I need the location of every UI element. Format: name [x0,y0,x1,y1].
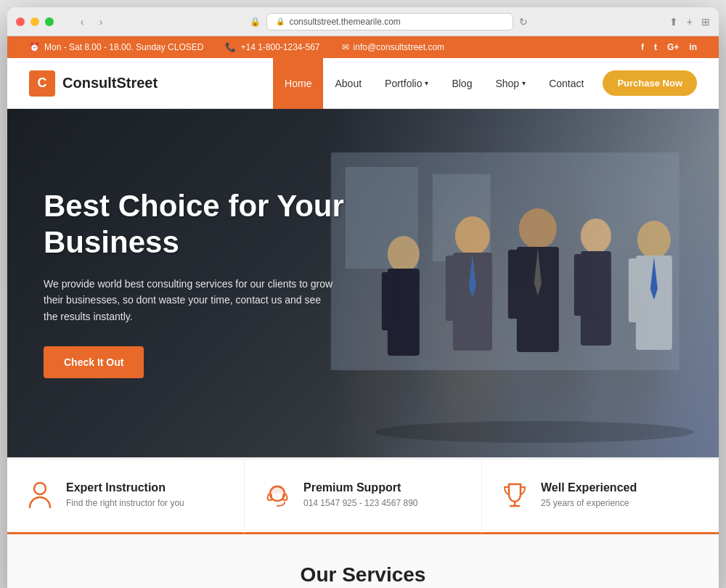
support-title: Premium Support [303,481,417,494]
url-text: consultstreet.themearile.com [289,17,400,27]
feature-card-experienced: Well Experienced 25 years of experience [482,460,719,534]
email-icon: ✉ [342,42,349,52]
linkedin-link[interactable]: in [689,42,697,52]
lock-icon: 🔒 [276,17,285,25]
experienced-description: 25 years of experience [541,498,637,508]
hours-text: Mon - Sat 8.00 - 18.00. Sunday CLOSED [44,42,203,52]
feature-card-expert: Expert Instruction Find the right instru… [7,460,245,534]
minimize-button[interactable] [30,17,39,26]
clock-icon: ⏰ [29,42,40,52]
svg-rect-14 [508,250,524,319]
support-icon [263,481,292,510]
svg-rect-6 [398,272,411,330]
nav-item-shop[interactable]: Shop ▾ [484,58,537,109]
svg-rect-23 [629,258,643,322]
phone-info: 📞 +14 1-800-1234-567 [225,42,319,52]
phone-icon: 📞 [225,42,236,52]
features-section: Expert Instruction Find the right instru… [7,457,719,534]
nav-item-contact[interactable]: Contact [537,58,595,109]
top-bar: ⏰ Mon - Sat 8.00 - 18.00. Sunday CLOSED … [7,36,719,58]
site-content: ⏰ Mon - Sat 8.00 - 18.00. Sunday CLOSED … [7,36,719,588]
svg-point-12 [519,208,557,249]
services-section: Our Services [7,534,719,588]
maximize-button[interactable] [45,17,54,26]
email-info: ✉ info@consultstreet.com [342,42,445,52]
svg-point-21 [637,221,671,258]
svg-rect-19 [574,254,587,316]
back-button[interactable]: ‹ [74,14,90,30]
brand-name: ConsultStreet [62,75,158,91]
hero-subtitle: We provide world best consulting service… [44,276,334,324]
social-links: f t G+ in [641,42,697,52]
svg-rect-20 [592,254,604,316]
svg-rect-9 [446,256,460,321]
email-text: info@consultstreet.com [354,42,445,52]
portfolio-dropdown-arrow: ▾ [425,79,428,87]
logo-icon: C [29,70,55,97]
experienced-text: Well Experienced 25 years of experience [541,481,637,508]
support-text: Premium Support 014 1547 925 - 123 4567 … [303,481,417,508]
mac-titlebar: ‹ › 🔒 🔒 consultstreet.themearile.com ↻ ⬆… [7,7,719,36]
browser-window: ‹ › 🔒 🔒 consultstreet.themearile.com ↻ ⬆… [7,7,719,588]
titlebar-right: ⬆ + ⊞ [669,16,710,28]
facebook-link[interactable]: f [641,42,644,52]
refresh-button[interactable]: ↻ [519,16,528,28]
phone-text: +14 1-800-1234-567 [240,42,319,52]
svg-point-7 [455,216,490,256]
google-plus-link[interactable]: G+ [667,42,679,52]
expert-title: Expert Instruction [66,481,184,494]
purchase-now-button[interactable]: Purchase Now [603,70,697,96]
hero-title: Best Choice for Your Business [44,188,363,261]
experienced-title: Well Experienced [541,481,637,494]
navbar: C ConsultStreet Home About Portfolio ▾ B… [7,58,719,109]
check-it-out-button[interactable]: Check it out [44,346,144,378]
twitter-link[interactable]: t [654,42,657,52]
new-tab-icon[interactable]: + [687,16,693,28]
address-bar[interactable]: 🔒 consultstreet.themearile.com [266,13,513,30]
expert-text: Expert Instruction Find the right instru… [66,481,184,508]
forward-button[interactable]: › [93,14,109,30]
svg-point-27 [34,483,46,494]
hours-info: ⏰ Mon - Sat 8.00 - 18.00. Sunday CLOSED [29,42,203,52]
grid-icon[interactable]: ⊞ [701,16,710,28]
nav-item-home[interactable]: Home [273,58,323,109]
expert-description: Find the right instructor for you [66,498,184,508]
feature-card-support: Premium Support 014 1547 925 - 123 4567 … [245,460,482,534]
nav-item-portfolio[interactable]: Portfolio ▾ [373,58,440,109]
nav-item-about[interactable]: About [323,58,373,109]
services-title: Our Services [29,563,697,587]
support-description: 014 1547 925 - 123 4567 890 [303,498,417,508]
nav-arrows: ‹ › [74,14,109,30]
expert-icon [25,481,54,510]
shop-dropdown-arrow: ▾ [522,79,526,87]
titlebar-center: 🔒 🔒 consultstreet.themearile.com ↻ [115,13,664,30]
hero-section: Best Choice for Your Business We provide… [7,109,719,457]
svg-point-17 [581,219,611,253]
close-button[interactable] [16,17,25,26]
share-icon[interactable]: ⬆ [669,16,678,28]
trophy-icon [500,481,529,510]
logo[interactable]: C ConsultStreet [29,70,158,97]
privacy-icon: 🔒 [250,17,261,27]
nav-menu: Home About Portfolio ▾ Blog Shop ▾ Conta [273,58,595,109]
hero-content: Best Choice for Your Business We provide… [7,188,399,378]
nav-item-blog[interactable]: Blog [440,58,484,109]
svg-point-26 [375,421,694,443]
